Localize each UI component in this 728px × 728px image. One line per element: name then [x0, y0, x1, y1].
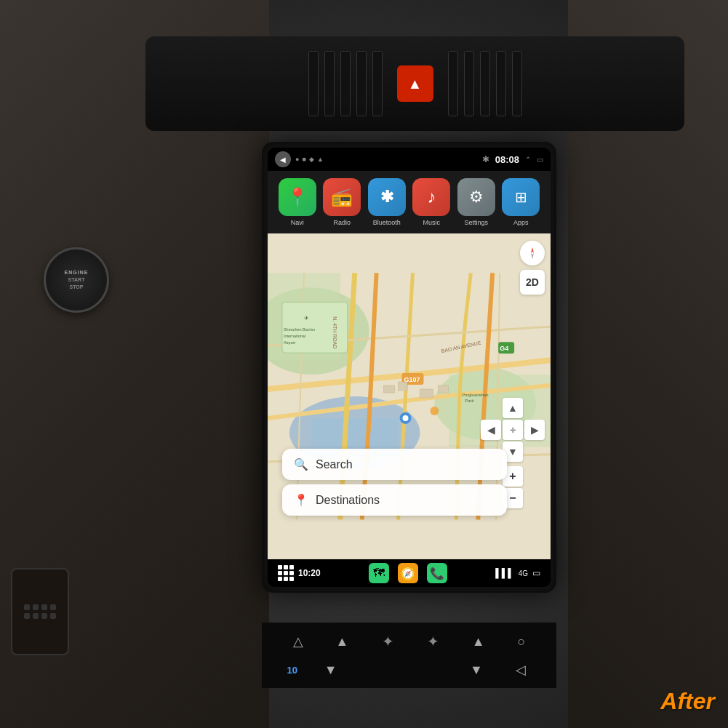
hw-down2-button[interactable]: ▼: [464, 660, 489, 681]
panel-dots: [24, 604, 56, 619]
svg-text:International: International: [284, 334, 305, 338]
wifi-icon: ▲: [317, 156, 324, 163]
grid-dot: [278, 577, 282, 581]
panel-dot: [41, 613, 47, 619]
app-item-music[interactable]: ♪ Music: [412, 178, 450, 226]
status-right: ✱ 08:08 ⌃ ▭: [482, 154, 543, 165]
engine-label: ENGINE: [65, 270, 89, 275]
hw-back-button[interactable]: △: [287, 631, 309, 652]
svg-text:N. 4TH ROAD: N. 4TH ROAD: [332, 316, 337, 348]
panel-dot: [33, 613, 39, 619]
panel-dot: [50, 613, 56, 619]
bottom-left: 10:20: [278, 565, 321, 581]
move-left-button[interactable]: ◀: [481, 420, 501, 440]
music-symbol: ♪: [427, 187, 436, 207]
radio-label: Radio: [333, 219, 351, 226]
hw-up2-button[interactable]: ▲: [466, 631, 491, 652]
hw-circle-button[interactable]: ○: [512, 631, 532, 652]
hw-fan-left-button[interactable]: ✦: [376, 630, 400, 653]
apps-symbol: ⊞: [515, 188, 527, 206]
map-overlay: 🔍 Search 📍 Destinations: [282, 449, 507, 516]
app-item-settings[interactable]: ⚙ Settings: [457, 178, 495, 226]
svg-text:Airport: Airport: [284, 340, 296, 345]
2d-label: 2D: [526, 276, 539, 288]
hazard-icon: ▲: [408, 76, 423, 92]
back-button[interactable]: ◀: [275, 151, 291, 167]
search-button[interactable]: 🔍 Search: [282, 449, 507, 480]
bottom-center-apps: 🗺 🧭 📞: [369, 563, 447, 583]
app-grid: 📍 Navi 📻 Radio ✱ Bluetooth ♪ Mu: [268, 171, 551, 233]
hw-down-button[interactable]: ▼: [319, 660, 343, 681]
music-label: Music: [423, 219, 440, 226]
svg-text:✈: ✈: [304, 315, 309, 321]
status-icon-1: ●: [295, 156, 299, 163]
back-icon: ◀: [280, 156, 286, 164]
navi-symbol: 📍: [287, 187, 308, 207]
grid-dot: [289, 571, 294, 575]
temperature-value: 10: [287, 665, 297, 676]
bluetooth-label: Bluetooth: [373, 219, 401, 226]
destinations-icon: 📍: [294, 493, 308, 507]
hw-triangle-button[interactable]: ◁: [510, 659, 532, 681]
start-stop-label: STARTSTOP: [68, 276, 85, 289]
after-label: After: [660, 688, 715, 715]
vent-slot: [356, 51, 367, 116]
destinations-button[interactable]: 📍 Destinations: [282, 484, 507, 516]
svg-rect-24: [399, 382, 407, 391]
battery-icon: ▭: [537, 156, 543, 164]
engine-start-button[interactable]: ENGINE STARTSTOP: [44, 247, 109, 313]
phone-app-icon[interactable]: 📞: [427, 563, 447, 583]
search-icon: 🔍: [294, 457, 308, 471]
app-item-navi[interactable]: 📍 Navi: [279, 178, 316, 226]
svg-rect-26: [438, 385, 448, 393]
hw-row-bottom: 10 ▼ ▼ ◁: [262, 656, 556, 684]
map-controls: 2D: [520, 241, 545, 295]
compass-button[interactable]: [520, 241, 545, 265]
maps-app-icon[interactable]: 🗺: [369, 563, 389, 583]
app-item-bluetooth[interactable]: ✱ Bluetooth: [368, 178, 406, 226]
zoom-minus-icon: −: [509, 492, 516, 505]
app-item-radio[interactable]: 📻 Radio: [323, 178, 361, 226]
vent-slot: [480, 51, 490, 116]
hw-fan-right-button[interactable]: ✦: [421, 630, 445, 653]
status-time: 08:08: [495, 154, 519, 165]
svg-marker-27: [531, 247, 534, 253]
radio-symbol: 📻: [331, 187, 353, 207]
hw-row-top: △ ▲ ✦ ✦ ▲ ○: [262, 627, 556, 656]
move-up-button[interactable]: ▲: [503, 398, 523, 418]
status-icon-3: ◆: [309, 156, 314, 163]
vent-slot: [372, 51, 383, 116]
grid-dot: [289, 577, 294, 581]
waze-icon: 🧭: [401, 567, 415, 580]
vent-slot: [324, 51, 335, 116]
bt-symbol: ✱: [380, 188, 393, 207]
hw-up-button[interactable]: ▲: [330, 631, 355, 652]
music-icon: ♪: [412, 178, 450, 216]
empty-cell: [481, 398, 501, 418]
svg-rect-23: [384, 385, 395, 393]
settings-symbol: ⚙: [469, 188, 484, 207]
panel-dot: [33, 604, 39, 610]
settings-label: Settings: [464, 219, 488, 226]
vent-slot: [308, 51, 319, 116]
panel-dot: [50, 604, 56, 610]
svg-point-9: [430, 407, 439, 415]
hazard-button[interactable]: ▲: [397, 65, 433, 102]
vent-slot: [496, 51, 506, 116]
map-area[interactable]: ✈ BAO AN AVENUE N. 4TH ROAD Shenzhen Bao…: [268, 233, 551, 559]
move-center-button[interactable]: ✛: [503, 420, 523, 440]
app-item-apps[interactable]: ⊞ Apps: [502, 178, 540, 226]
empty-cell: [524, 441, 545, 462]
svg-point-8: [403, 415, 409, 421]
bottom-right-status: ▌▌▌ 4G ▭: [495, 568, 540, 578]
bottom-clock: 10:20: [298, 568, 321, 578]
move-right-button[interactable]: ▶: [524, 420, 545, 440]
grid-menu-icon[interactable]: [278, 565, 294, 581]
2d-mode-button[interactable]: 2D: [520, 270, 545, 295]
panel-dot: [24, 604, 30, 610]
apps-icon: ⊞: [502, 178, 540, 216]
waze-app-icon[interactable]: 🧭: [398, 563, 418, 583]
bottom-bar: 10:20 🗺 🧭 📞 ▌▌▌ 4G ▭: [268, 559, 551, 587]
settings-icon: ⚙: [457, 178, 495, 216]
signal-bars-icon: ▌▌▌: [495, 568, 514, 578]
